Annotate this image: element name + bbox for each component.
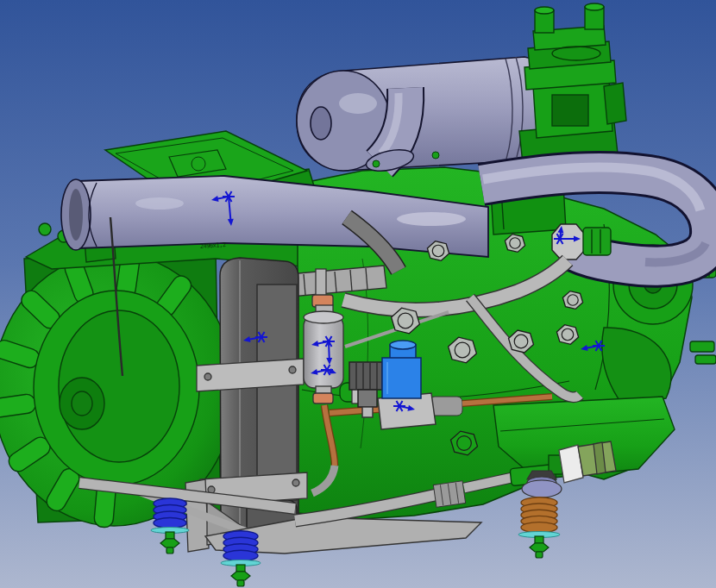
mount-bolt [530,543,549,552]
cad-application-window: 2496x1,2 [0,0,716,588]
mount-bolt [160,539,179,547]
cad-3d-viewport[interactable]: 2496x1,2 [0,0,716,588]
mount-bolt [231,572,250,580]
